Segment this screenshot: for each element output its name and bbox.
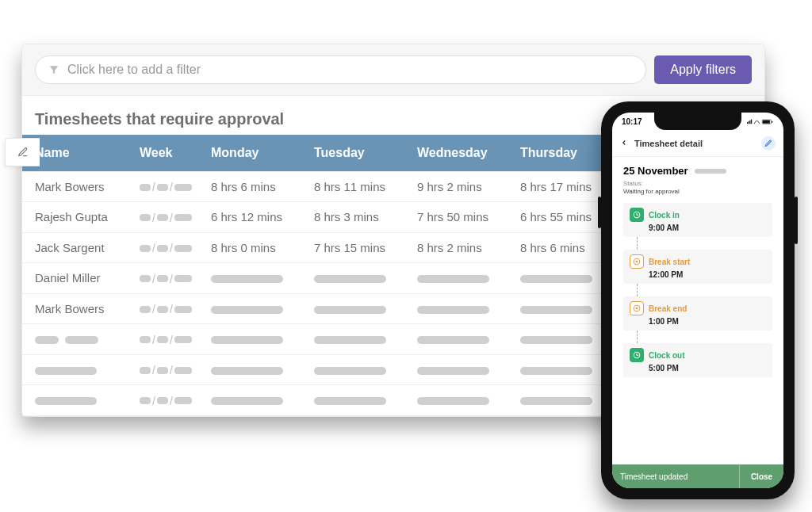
clock-icon: [630, 348, 644, 362]
col-mon[interactable]: Monday: [205, 135, 308, 171]
event-time: 5:00 PM: [649, 364, 766, 373]
timeline: Clock in9:00 AMBreak start12:00 PMBreak …: [623, 203, 772, 377]
cell-wed: 7 hrs 50 mins: [411, 202, 514, 233]
phone-header: Timesheet detail: [612, 130, 783, 157]
svg-point-11: [636, 308, 638, 309]
phone-status-icons: [747, 117, 774, 125]
phone-notch: [654, 113, 741, 130]
cell-mon: 8 hrs 6 mins: [205, 171, 308, 202]
phone-status: Status: Waiting for approval: [623, 180, 772, 195]
event-label: Clock out: [649, 351, 685, 360]
timeline-item[interactable]: Break end1:00 PM: [623, 296, 772, 331]
cell-wed: [411, 293, 514, 324]
funnel-icon: [48, 64, 59, 75]
toast-close-button[interactable]: Close: [739, 464, 783, 488]
event-time: 9:00 AM: [649, 224, 766, 232]
phone-time: 10:17: [622, 117, 642, 126]
timeline-item[interactable]: Clock in9:00 AM: [623, 203, 772, 237]
toast-message: Timesheet updated: [612, 464, 739, 488]
svg-rect-3: [751, 119, 752, 124]
phone-edit-button[interactable]: [761, 136, 776, 151]
cell-name: Daniel Miller: [22, 263, 133, 294]
cell-name: [22, 324, 133, 355]
event-time: 12:00 PM: [649, 270, 766, 279]
timeline-item[interactable]: Break start12:00 PM: [623, 250, 772, 284]
col-week[interactable]: Week: [133, 135, 205, 171]
placeholder-bar: [695, 169, 726, 174]
cell-week: //: [133, 354, 205, 385]
phone-screen: 10:17 Timesheet detail 25: [612, 113, 783, 488]
status-value: Waiting for approval: [623, 188, 680, 195]
phone-mock: 10:17 Timesheet detail 25: [601, 101, 795, 499]
svg-rect-0: [747, 122, 748, 124]
svg-rect-6: [772, 121, 772, 123]
cell-week: //: [133, 324, 205, 355]
phone-body: 25 November Status: Waiting for approval…: [612, 157, 783, 464]
phone-date: 25 November: [623, 165, 772, 177]
clock-icon: [630, 208, 644, 222]
edit-tab[interactable]: [5, 138, 40, 166]
svg-rect-5: [763, 120, 770, 123]
cell-wed: [411, 263, 514, 294]
col-tue[interactable]: Tuesday: [308, 135, 411, 171]
timeline-item[interactable]: Clock out5:00 PM: [623, 343, 772, 377]
cell-mon: [205, 263, 308, 294]
cell-name: Rajesh Gupta: [22, 202, 133, 233]
phone-date-text: 25 November: [623, 165, 688, 177]
back-icon[interactable]: [620, 139, 628, 148]
timeline-connector: [637, 237, 638, 250]
cell-wed: 9 hrs 2 mins: [411, 171, 514, 202]
cell-mon: 6 hrs 12 mins: [205, 202, 308, 233]
cell-wed: 8 hrs 2 mins: [411, 232, 514, 263]
filter-placeholder: Click here to add a filter: [67, 63, 201, 77]
col-wed[interactable]: Wednesday: [411, 135, 514, 171]
status-label: Status:: [623, 180, 772, 187]
cell-week: //: [133, 202, 205, 233]
cell-mon: [205, 293, 308, 324]
event-label: Clock in: [649, 211, 680, 220]
clock-icon: [630, 254, 644, 269]
cell-mon: 8 hrs 0 mins: [205, 232, 308, 263]
svg-point-9: [636, 261, 638, 262]
svg-rect-2: [749, 120, 750, 124]
filter-bar: Click here to add a filter Apply filters: [22, 44, 764, 96]
phone-header-title: Timesheet detail: [634, 139, 703, 148]
event-time: 1:00 PM: [649, 317, 766, 326]
timeline-connector: [637, 284, 638, 296]
event-label: Break end: [649, 304, 687, 313]
cell-week: //: [133, 232, 205, 263]
timeline-connector: [637, 331, 638, 343]
filter-input[interactable]: Click here to add a filter: [35, 55, 646, 84]
apply-filters-button[interactable]: Apply filters: [654, 55, 752, 84]
cell-tue: [308, 263, 411, 294]
cell-tue: 7 hrs 15 mins: [308, 232, 411, 263]
cell-week: //: [133, 171, 205, 202]
cell-name: [22, 385, 133, 416]
svg-rect-1: [749, 121, 749, 124]
cell-week: //: [133, 263, 205, 294]
cell-name: Jack Sargent: [22, 232, 133, 263]
phone-toast: Timesheet updated Close: [612, 464, 783, 488]
cell-name: Mark Bowers: [22, 171, 133, 202]
event-label: Break start: [649, 258, 690, 266]
cell-name: [22, 354, 133, 385]
cell-tue: [308, 293, 411, 324]
cell-tue: 8 hrs 11 mins: [308, 171, 411, 202]
cell-tue: 8 hrs 3 mins: [308, 202, 411, 233]
cell-name: Mark Bowers: [22, 293, 133, 324]
cell-week: //: [133, 385, 205, 416]
clock-icon: [630, 301, 644, 315]
cell-week: //: [133, 293, 205, 324]
